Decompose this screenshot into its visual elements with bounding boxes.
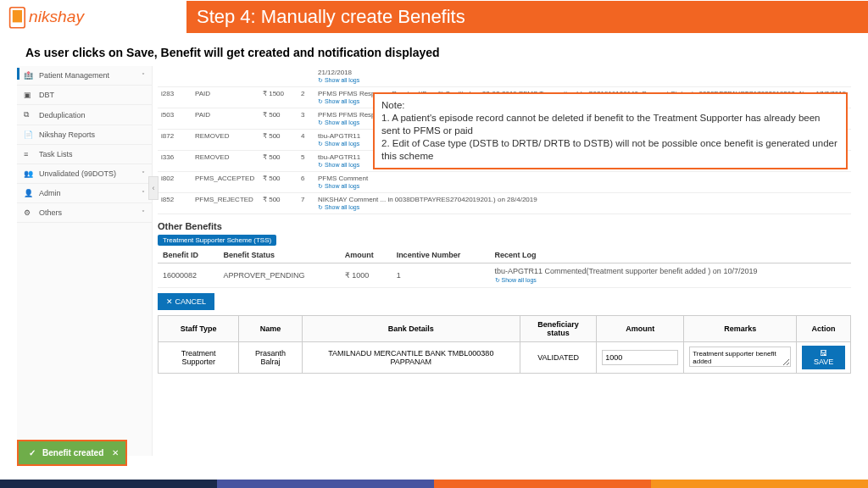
col-recent-log: Recent Log xyxy=(490,247,851,263)
sidebar-item[interactable]: 🏥Patient Management˅ xyxy=(17,66,152,86)
menu-icon: 👥 xyxy=(24,169,34,178)
col-staff-type: Staff Type xyxy=(159,316,239,342)
chevron-down-icon: ˅ xyxy=(142,72,145,80)
show-all-logs-link[interactable]: Show all logs xyxy=(318,77,359,83)
show-all-logs-link[interactable]: Show all logs xyxy=(495,277,537,283)
col-amount: Amount xyxy=(597,316,684,342)
menu-icon: 👤 xyxy=(24,189,34,197)
menu-icon: ⧉ xyxy=(24,110,34,119)
menu-icon: ▣ xyxy=(24,91,34,99)
chevron-down-icon: ˅ xyxy=(142,170,145,178)
sidebar-item[interactable]: 📄Nikshay Reports xyxy=(17,125,152,145)
sidebar-accent xyxy=(17,68,19,80)
toast-notification: ✓ Benefit created ✕ xyxy=(17,440,127,466)
note-line-2: 2. Edit of Case type (DSTB to DRTB/ DRTB… xyxy=(381,137,839,163)
sidebar-item-label: Deduplication xyxy=(39,111,86,119)
page-title: Step 4: Manually create Benefits xyxy=(186,1,868,33)
show-all-logs-link[interactable]: Show all logs xyxy=(318,98,359,104)
check-icon: ✓ xyxy=(29,448,36,458)
other-benefits-title: Other Benefits xyxy=(158,214,851,235)
cancel-button[interactable]: ✕ CANCEL xyxy=(158,293,214,310)
scheme-tag: Treatment Supporter Scheme (TSS) xyxy=(158,235,276,246)
sidebar-item-label: Patient Management xyxy=(39,71,109,80)
table-row: i802PFMS_ACCEPTED₹ 5006PFMS CommentShow … xyxy=(158,172,851,193)
col-bank-details: Bank Details xyxy=(302,316,520,342)
table-row: 16000082 APPROVER_PENDING 1000 1 tbu-APG… xyxy=(158,263,851,288)
sidebar-item-label: Task Lists xyxy=(39,150,73,158)
col-benefit-status: Benefit Status xyxy=(219,247,340,263)
sidebar-collapse-toggle[interactable]: ‹ xyxy=(148,176,159,200)
nikshay-logo-icon: nikshay xyxy=(8,3,117,30)
header: nikshay Step 4: Manually create Benefits xyxy=(0,0,868,34)
sidebar-item[interactable]: ≡Task Lists xyxy=(17,145,152,164)
toast-close-button[interactable]: ✕ xyxy=(112,448,119,458)
save-button[interactable]: 🖫 SAVE xyxy=(802,346,845,369)
sidebar-item-label: Unvalidated (99DOTS) xyxy=(39,169,116,178)
table-row: 21/12/2018Show all logs xyxy=(158,66,851,87)
sidebar-item-label: DBT xyxy=(39,91,54,99)
col-amount: Amount xyxy=(340,247,392,263)
sidebar-item[interactable]: ⚙Others˅ xyxy=(17,203,152,223)
show-all-logs-link[interactable]: Show all logs xyxy=(318,183,359,189)
col-incentive-number: Incentive Number xyxy=(392,247,490,263)
sidebar-item[interactable]: 👤Admin˅ xyxy=(17,184,152,203)
remarks-input[interactable] xyxy=(689,347,791,367)
sidebar: 🏥Patient Management˅▣DBT⧉Deduplication📄N… xyxy=(17,66,153,456)
show-all-logs-link[interactable]: Show all logs xyxy=(318,204,359,210)
show-all-logs-link[interactable]: Show all logs xyxy=(318,162,359,168)
sidebar-item[interactable]: ▣DBT xyxy=(17,86,152,105)
note-title: Note: xyxy=(381,99,839,112)
chevron-down-icon: ˅ xyxy=(142,190,145,197)
table-row: i852PFMS_REJECTED₹ 5007NIKSHAY Comment .… xyxy=(158,193,851,214)
toast-text: Benefit created xyxy=(42,448,103,458)
table-row: Treatment Supporter Prasanth Balraj TAMI… xyxy=(159,342,851,374)
sidebar-item[interactable]: 👥Unvalidated (99DOTS)˅ xyxy=(17,164,152,184)
sidebar-item-label: Nikshay Reports xyxy=(39,130,95,139)
other-benefits-table: Benefit ID Benefit Status Amount Incenti… xyxy=(158,247,851,288)
chevron-down-icon: ˅ xyxy=(142,209,145,217)
logo: nikshay xyxy=(0,0,186,34)
sidebar-item[interactable]: ⧉Deduplication xyxy=(17,105,152,125)
svg-text:nikshay: nikshay xyxy=(29,8,85,25)
show-all-logs-link[interactable]: Show all logs xyxy=(318,141,359,147)
col-action: Action xyxy=(797,316,851,342)
new-benefit-table: Staff Type Name Bank Details Beneficiary… xyxy=(158,315,851,374)
note-line-1: 1. A patient's episode record cannot be … xyxy=(381,112,839,137)
col-remarks: Remarks xyxy=(684,316,797,342)
footer-stripe xyxy=(0,480,868,488)
sidebar-item-label: Admin xyxy=(39,189,61,197)
col-benefit-id: Benefit ID xyxy=(158,247,219,263)
col-name: Name xyxy=(239,316,302,342)
menu-icon: ≡ xyxy=(24,150,34,158)
amount-input[interactable] xyxy=(602,350,678,365)
menu-icon: 📄 xyxy=(24,130,34,139)
note-callout: Note: 1. A patient's episode record cann… xyxy=(373,92,848,169)
sidebar-item-label: Others xyxy=(39,208,62,217)
col-beneficiary-status: Beneficiary status xyxy=(520,316,597,342)
svg-rect-1 xyxy=(13,10,22,22)
show-all-logs-link[interactable]: Show all logs xyxy=(318,119,359,125)
menu-icon: 🏥 xyxy=(24,71,34,80)
instruction-text: As user clicks on Save, Benefit will get… xyxy=(0,34,868,66)
menu-icon: ⚙ xyxy=(24,208,34,217)
